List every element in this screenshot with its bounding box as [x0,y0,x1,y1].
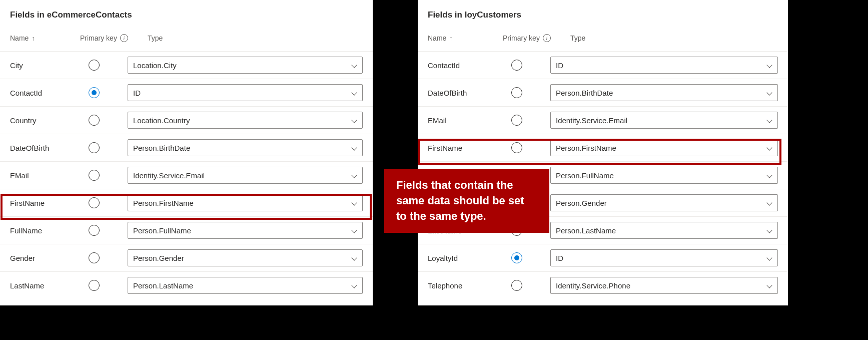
type-dropdown[interactable]: Location.Country [128,112,363,129]
type-dropdown[interactable]: Person.FirstName [550,139,778,156]
chevron-down-icon [766,145,772,151]
table-row: EMailIdentity.Service.Email [0,161,373,189]
primary-key-cell [60,142,128,153]
primary-key-radio[interactable] [89,225,100,236]
type-value: Person.LastName [133,281,193,290]
type-dropdown[interactable]: Person.FullName [550,167,778,184]
primary-key-radio[interactable] [89,115,100,126]
table-row: FullNamePerson.FullName [0,216,373,244]
type-value: Person.BirthDate [133,144,190,152]
col-header-type: Type [148,34,363,42]
info-icon[interactable]: i [543,34,551,42]
type-dropdown[interactable]: ID [128,84,363,101]
chevron-down-icon [351,62,357,68]
primary-key-radio[interactable] [89,60,100,71]
type-dropdown[interactable]: Person.BirthDate [128,139,363,156]
type-value: Person.LastName [556,226,616,235]
primary-key-cell [60,225,128,236]
type-value: Person.FirstName [556,144,616,152]
primary-key-radio[interactable] [89,170,100,181]
table-row: GenderPerson.Gender [0,244,373,271]
primary-key-radio[interactable] [511,87,522,98]
type-value: ID [133,89,141,97]
table-row: ContactIdID [418,51,788,79]
type-dropdown[interactable]: ID [550,249,778,266]
primary-key-cell [483,280,550,291]
primary-key-radio[interactable] [89,280,100,291]
chevron-down-icon [351,90,357,96]
primary-key-radio[interactable] [511,142,522,153]
type-dropdown[interactable]: Person.BirthDate [550,84,778,101]
callout-same-type: Fields that contain the same data should… [384,169,549,233]
type-value: Location.City [133,61,177,70]
chevron-down-icon [351,117,357,123]
table-row: ContactIdID [0,79,373,106]
primary-key-cell [60,252,128,263]
panel-ecommerce-contacts: Fields in eCommerceContacts Name ↑ Prima… [0,0,373,305]
chevron-down-icon [351,255,357,261]
type-dropdown[interactable]: ID [550,57,778,74]
type-dropdown[interactable]: Person.Gender [128,249,363,266]
table-row: CityLocation.City [0,51,373,79]
type-value: Person.Gender [133,254,184,262]
col-header-pk: Primary key i [80,34,148,42]
col-header-name[interactable]: Name ↑ [428,34,503,42]
table-row: DateOfBirthPerson.BirthDate [0,134,373,161]
primary-key-radio[interactable] [511,280,522,291]
type-dropdown[interactable]: Person.LastName [128,277,363,294]
primary-key-radio[interactable] [511,60,522,71]
primary-key-cell [60,170,128,181]
primary-key-cell [60,87,128,98]
type-dropdown[interactable]: Person.LastName [550,222,778,239]
primary-key-radio[interactable] [511,252,522,263]
type-dropdown[interactable]: Person.Gender [550,194,778,211]
type-dropdown[interactable]: Person.FullName [128,222,363,239]
table-row: FirstNamePerson.FirstName [418,134,788,161]
chevron-down-icon [766,200,772,206]
chevron-down-icon [766,90,772,96]
table-row: LoyaltyIdID [418,244,788,271]
primary-key-radio[interactable] [89,87,100,98]
chevron-down-icon [351,200,357,206]
info-icon[interactable]: i [120,34,128,42]
type-dropdown[interactable]: Identity.Service.Email [128,167,363,184]
col-header-name-label: Name [428,34,446,42]
type-dropdown[interactable]: Identity.Service.Phone [550,277,778,294]
table-row: CountryLocation.Country [0,106,373,134]
chevron-down-icon [766,117,772,123]
primary-key-cell [483,60,550,71]
primary-key-cell [60,197,128,208]
type-dropdown[interactable]: Location.City [128,57,363,74]
primary-key-radio[interactable] [89,197,100,208]
col-header-pk-label: Primary key [503,34,540,42]
chevron-down-icon [766,172,772,178]
type-value: Person.Gender [556,199,607,207]
chevron-down-icon [351,145,357,151]
col-header-pk: Primary key i [503,34,570,42]
chevron-down-icon [351,282,357,288]
type-dropdown[interactable]: Identity.Service.Email [550,112,778,129]
primary-key-radio[interactable] [511,115,522,126]
chevron-down-icon [351,172,357,178]
primary-key-cell [483,252,550,263]
callout-text: Fields that contain the same data should… [396,179,524,222]
panel-title-right: Fields in loyCustomers [418,0,788,25]
primary-key-cell [483,87,550,98]
col-header-type: Type [570,34,778,42]
type-dropdown[interactable]: Person.FirstName [128,194,363,211]
chevron-down-icon [766,227,772,233]
sort-up-icon: ↑ [449,35,453,42]
primary-key-cell [60,115,128,126]
table-row: LastNamePerson.LastName [0,271,373,299]
chevron-down-icon [351,227,357,233]
primary-key-radio[interactable] [89,252,100,263]
type-value: Person.BirthDate [556,89,613,97]
primary-key-radio[interactable] [89,142,100,153]
col-header-name[interactable]: Name ↑ [10,34,80,42]
table-row: TelephoneIdentity.Service.Phone [418,271,788,299]
table-header-right: Name ↑ Primary key i Type [418,25,788,51]
col-header-pk-label: Primary key [80,34,117,42]
type-value: Identity.Service.Email [133,171,205,180]
primary-key-cell [60,280,128,291]
table-row: FirstNamePerson.FirstName [0,189,373,216]
